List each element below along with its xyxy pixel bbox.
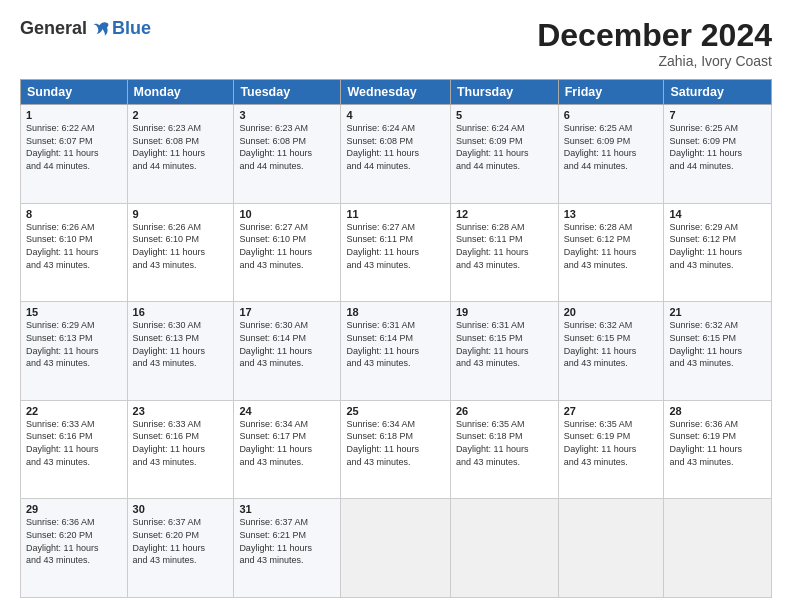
day-info-1: Sunrise: 6:22 AMSunset: 6:07 PMDaylight:… [26, 123, 99, 171]
week-row-2: 8 Sunrise: 6:26 AMSunset: 6:10 PMDayligh… [21, 203, 772, 302]
day-number-12: 12 [456, 208, 553, 220]
day-cell-7: 7 Sunrise: 6:25 AMSunset: 6:09 PMDayligh… [664, 105, 772, 204]
day-cell-18: 18 Sunrise: 6:31 AMSunset: 6:14 PMDaylig… [341, 302, 450, 401]
day-cell-20: 20 Sunrise: 6:32 AMSunset: 6:15 PMDaylig… [558, 302, 664, 401]
day-cell-13: 13 Sunrise: 6:28 AMSunset: 6:12 PMDaylig… [558, 203, 664, 302]
day-number-30: 30 [133, 503, 229, 515]
day-cell-5: 5 Sunrise: 6:24 AMSunset: 6:09 PMDayligh… [450, 105, 558, 204]
day-cell-4: 4 Sunrise: 6:24 AMSunset: 6:08 PMDayligh… [341, 105, 450, 204]
week-row-4: 22 Sunrise: 6:33 AMSunset: 6:16 PMDaylig… [21, 400, 772, 499]
day-number-16: 16 [133, 306, 229, 318]
day-cell-3: 3 Sunrise: 6:23 AMSunset: 6:08 PMDayligh… [234, 105, 341, 204]
day-cell-15: 15 Sunrise: 6:29 AMSunset: 6:13 PMDaylig… [21, 302, 128, 401]
col-monday: Monday [127, 80, 234, 105]
day-info-27: Sunrise: 6:35 AMSunset: 6:19 PMDaylight:… [564, 419, 637, 467]
logo-bird-icon [92, 20, 110, 38]
day-info-29: Sunrise: 6:36 AMSunset: 6:20 PMDaylight:… [26, 517, 99, 565]
day-cell-8: 8 Sunrise: 6:26 AMSunset: 6:10 PMDayligh… [21, 203, 128, 302]
day-cell-28: 28 Sunrise: 6:36 AMSunset: 6:19 PMDaylig… [664, 400, 772, 499]
day-number-31: 31 [239, 503, 335, 515]
day-number-13: 13 [564, 208, 659, 220]
day-cell-17: 17 Sunrise: 6:30 AMSunset: 6:14 PMDaylig… [234, 302, 341, 401]
day-info-24: Sunrise: 6:34 AMSunset: 6:17 PMDaylight:… [239, 419, 312, 467]
day-info-19: Sunrise: 6:31 AMSunset: 6:15 PMDaylight:… [456, 320, 529, 368]
day-cell-24: 24 Sunrise: 6:34 AMSunset: 6:17 PMDaylig… [234, 400, 341, 499]
day-cell-22: 22 Sunrise: 6:33 AMSunset: 6:16 PMDaylig… [21, 400, 128, 499]
day-number-10: 10 [239, 208, 335, 220]
title-area: December 2024 Zahia, Ivory Coast [537, 18, 772, 69]
logo: General Blue [20, 18, 151, 39]
day-info-14: Sunrise: 6:29 AMSunset: 6:12 PMDaylight:… [669, 222, 742, 270]
day-info-16: Sunrise: 6:30 AMSunset: 6:13 PMDaylight:… [133, 320, 206, 368]
day-number-20: 20 [564, 306, 659, 318]
day-info-13: Sunrise: 6:28 AMSunset: 6:12 PMDaylight:… [564, 222, 637, 270]
day-cell-29: 29 Sunrise: 6:36 AMSunset: 6:20 PMDaylig… [21, 499, 128, 598]
day-cell-27: 27 Sunrise: 6:35 AMSunset: 6:19 PMDaylig… [558, 400, 664, 499]
day-info-26: Sunrise: 6:35 AMSunset: 6:18 PMDaylight:… [456, 419, 529, 467]
week-row-3: 15 Sunrise: 6:29 AMSunset: 6:13 PMDaylig… [21, 302, 772, 401]
day-number-8: 8 [26, 208, 122, 220]
day-info-20: Sunrise: 6:32 AMSunset: 6:15 PMDaylight:… [564, 320, 637, 368]
day-number-15: 15 [26, 306, 122, 318]
day-cell-2: 2 Sunrise: 6:23 AMSunset: 6:08 PMDayligh… [127, 105, 234, 204]
day-number-9: 9 [133, 208, 229, 220]
col-friday: Friday [558, 80, 664, 105]
col-saturday: Saturday [664, 80, 772, 105]
day-number-22: 22 [26, 405, 122, 417]
day-info-8: Sunrise: 6:26 AMSunset: 6:10 PMDaylight:… [26, 222, 99, 270]
location-subtitle: Zahia, Ivory Coast [537, 53, 772, 69]
day-info-10: Sunrise: 6:27 AMSunset: 6:10 PMDaylight:… [239, 222, 312, 270]
day-number-7: 7 [669, 109, 766, 121]
day-cell-16: 16 Sunrise: 6:30 AMSunset: 6:13 PMDaylig… [127, 302, 234, 401]
day-cell-6: 6 Sunrise: 6:25 AMSunset: 6:09 PMDayligh… [558, 105, 664, 204]
day-info-21: Sunrise: 6:32 AMSunset: 6:15 PMDaylight:… [669, 320, 742, 368]
day-cell-23: 23 Sunrise: 6:33 AMSunset: 6:16 PMDaylig… [127, 400, 234, 499]
day-number-1: 1 [26, 109, 122, 121]
day-cell-30: 30 Sunrise: 6:37 AMSunset: 6:20 PMDaylig… [127, 499, 234, 598]
week-row-1: 1 Sunrise: 6:22 AMSunset: 6:07 PMDayligh… [21, 105, 772, 204]
day-cell-14: 14 Sunrise: 6:29 AMSunset: 6:12 PMDaylig… [664, 203, 772, 302]
col-sunday: Sunday [21, 80, 128, 105]
day-cell-25: 25 Sunrise: 6:34 AMSunset: 6:18 PMDaylig… [341, 400, 450, 499]
day-cell-19: 19 Sunrise: 6:31 AMSunset: 6:15 PMDaylig… [450, 302, 558, 401]
day-info-9: Sunrise: 6:26 AMSunset: 6:10 PMDaylight:… [133, 222, 206, 270]
day-number-4: 4 [346, 109, 444, 121]
day-info-31: Sunrise: 6:37 AMSunset: 6:21 PMDaylight:… [239, 517, 312, 565]
day-number-5: 5 [456, 109, 553, 121]
empty-cell [341, 499, 450, 598]
day-number-18: 18 [346, 306, 444, 318]
day-number-27: 27 [564, 405, 659, 417]
day-info-4: Sunrise: 6:24 AMSunset: 6:08 PMDaylight:… [346, 123, 419, 171]
empty-cell [450, 499, 558, 598]
day-info-28: Sunrise: 6:36 AMSunset: 6:19 PMDaylight:… [669, 419, 742, 467]
day-number-6: 6 [564, 109, 659, 121]
day-info-22: Sunrise: 6:33 AMSunset: 6:16 PMDaylight:… [26, 419, 99, 467]
day-cell-10: 10 Sunrise: 6:27 AMSunset: 6:10 PMDaylig… [234, 203, 341, 302]
header: General Blue December 2024 Zahia, Ivory … [20, 18, 772, 69]
month-title: December 2024 [537, 18, 772, 53]
day-info-2: Sunrise: 6:23 AMSunset: 6:08 PMDaylight:… [133, 123, 206, 171]
day-info-5: Sunrise: 6:24 AMSunset: 6:09 PMDaylight:… [456, 123, 529, 171]
day-number-19: 19 [456, 306, 553, 318]
week-row-5: 29 Sunrise: 6:36 AMSunset: 6:20 PMDaylig… [21, 499, 772, 598]
day-number-2: 2 [133, 109, 229, 121]
day-info-12: Sunrise: 6:28 AMSunset: 6:11 PMDaylight:… [456, 222, 529, 270]
day-info-17: Sunrise: 6:30 AMSunset: 6:14 PMDaylight:… [239, 320, 312, 368]
col-tuesday: Tuesday [234, 80, 341, 105]
day-info-6: Sunrise: 6:25 AMSunset: 6:09 PMDaylight:… [564, 123, 637, 171]
day-cell-26: 26 Sunrise: 6:35 AMSunset: 6:18 PMDaylig… [450, 400, 558, 499]
day-cell-12: 12 Sunrise: 6:28 AMSunset: 6:11 PMDaylig… [450, 203, 558, 302]
day-number-29: 29 [26, 503, 122, 515]
calendar-table: Sunday Monday Tuesday Wednesday Thursday… [20, 79, 772, 598]
day-info-18: Sunrise: 6:31 AMSunset: 6:14 PMDaylight:… [346, 320, 419, 368]
logo-general-text: General [20, 18, 87, 39]
day-number-3: 3 [239, 109, 335, 121]
day-info-23: Sunrise: 6:33 AMSunset: 6:16 PMDaylight:… [133, 419, 206, 467]
day-cell-21: 21 Sunrise: 6:32 AMSunset: 6:15 PMDaylig… [664, 302, 772, 401]
day-info-11: Sunrise: 6:27 AMSunset: 6:11 PMDaylight:… [346, 222, 419, 270]
day-info-30: Sunrise: 6:37 AMSunset: 6:20 PMDaylight:… [133, 517, 206, 565]
day-number-23: 23 [133, 405, 229, 417]
day-info-7: Sunrise: 6:25 AMSunset: 6:09 PMDaylight:… [669, 123, 742, 171]
day-number-21: 21 [669, 306, 766, 318]
empty-cell [558, 499, 664, 598]
